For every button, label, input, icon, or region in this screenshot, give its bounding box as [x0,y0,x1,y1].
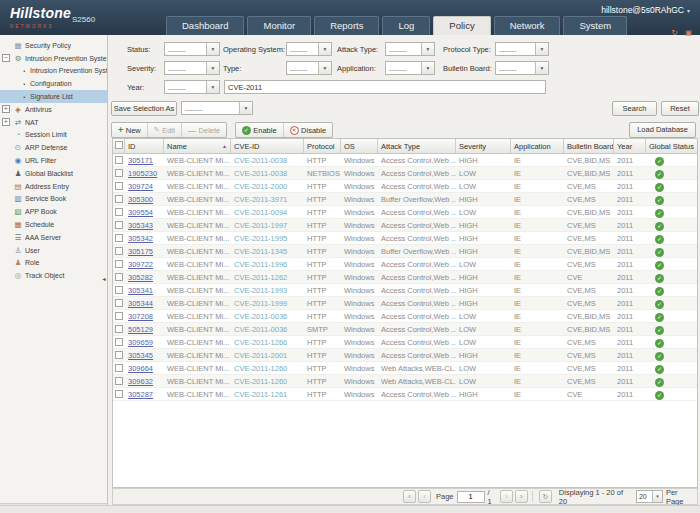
column-header-id[interactable]: ID [125,139,164,153]
sidebar-item-user[interactable]: ♙ User [0,244,107,257]
table-row[interactable]: 305344 WEB-CLIENT Mi... CVE-2011-1999 HT… [113,297,697,310]
signature-id-link[interactable]: 305171 [128,156,153,165]
tab-system[interactable]: System [563,16,627,35]
cve-id-link[interactable]: CVE-2011-1260 [234,364,287,373]
type-select[interactable]: ------- ▾ [286,61,332,75]
table-row[interactable]: 307208 WEB-CLIENT Mi... CVE-2011-0036 HT… [113,310,697,323]
expand-expander-icon[interactable]: + [2,105,10,113]
keyword-input[interactable] [224,80,546,94]
application-select[interactable]: ------- ▾ [385,61,435,75]
signature-id-link[interactable]: 309554 [128,208,153,217]
signature-id-link[interactable]: 305282 [128,273,153,282]
next-page-button[interactable]: › [500,490,513,503]
sidebar-item-configuration[interactable]: ▪ Configuration [0,77,107,90]
first-page-button[interactable]: « [403,490,416,503]
sidebar-item-signature-list[interactable]: ▪ Signature List [0,90,107,103]
tab-dashboard[interactable]: Dashboard [166,16,244,35]
cve-id-link[interactable]: CVE-2011-1260 [234,377,287,386]
cve-id-link[interactable]: CVE-2011-1262 [234,273,287,282]
table-row[interactable]: 305287 WEB-CLIENT Mi... CVE-2011-1261 HT… [113,388,697,401]
table-row[interactable]: 309722 WEB-CLIENT Mi... CVE-2011-1996 HT… [113,258,697,271]
signature-id-link[interactable]: 1905230 [128,169,157,178]
signature-id-link[interactable]: 505129 [128,325,153,334]
column-header-name[interactable]: Name ▲ [164,139,231,153]
row-checkbox[interactable] [115,247,123,255]
cve-id-link[interactable]: CVE-2011-0094 [234,208,287,217]
cve-id-link[interactable]: CVE-2011-1993 [234,286,287,295]
cve-id-link[interactable]: CVE-2011-0036 [234,312,287,321]
table-row[interactable]: 1905230 WEB-CLIENT Mi... CVE-2011-0038 N… [113,167,697,180]
row-checkbox[interactable] [115,377,123,385]
table-row[interactable]: 505129 WEB-CLIENT Mi... CVE-2011-0036 SM… [113,323,697,336]
signature-id-link[interactable]: 305345 [128,351,153,360]
protocol-type-select[interactable]: ------- ▾ [495,42,549,56]
column-header-attack-type[interactable]: Attack Type [378,139,456,153]
attack-type-select[interactable]: ------- ▾ [385,42,435,56]
signature-id-link[interactable]: 307208 [128,312,153,321]
sidebar-item-nat[interactable]: + ⇄ NAT [0,116,107,129]
new-button[interactable]: + New [112,123,147,137]
row-checkbox[interactable] [115,390,123,398]
collapse-expander-icon[interactable]: − [2,54,10,62]
cve-id-link[interactable]: CVE-2011-0038 [234,156,287,165]
user-menu[interactable]: hillstone@5s0RAhGC ▾ [601,5,690,15]
save-config-icon[interactable]: ▣ [685,28,692,37]
cve-id-link[interactable]: CVE-2011-1261 [234,390,287,399]
signature-id-link[interactable]: 305300 [128,195,153,204]
cve-id-link[interactable]: CVE-2011-2000 [234,182,287,191]
sidebar-item-address-entry[interactable]: ▤ Address Entry [0,180,107,193]
severity-select[interactable]: ------- ▾ [164,61,220,75]
table-row[interactable]: 305345 WEB-CLIENT Mi... CVE-2011-2001 HT… [113,349,697,362]
column-header-severity[interactable]: Severity [456,139,511,153]
row-checkbox[interactable] [115,312,123,320]
table-row[interactable]: 305171 WEB-CLIENT Mi... CVE-2011-0038 HT… [113,154,697,167]
row-checkbox[interactable] [115,364,123,372]
column-header-cve-id[interactable]: CVE-ID [231,139,304,153]
enable-button[interactable]: ✓ Enable [236,123,283,137]
row-checkbox[interactable] [115,182,123,190]
sidebar-item-track-object[interactable]: ◎ Track Object [0,269,107,282]
tab-reports[interactable]: Reports [314,16,379,35]
signature-id-link[interactable]: 309722 [128,260,153,269]
table-row[interactable]: 309554 WEB-CLIENT Mi... CVE-2011-0094 HT… [113,206,697,219]
refresh-table-icon[interactable]: ↻ [539,490,552,503]
cve-id-link[interactable]: CVE-2011-1345 [234,247,287,256]
signature-id-link[interactable]: 309664 [128,364,153,373]
cve-id-link[interactable]: CVE-2011-1266 [234,338,287,347]
column-header-os[interactable]: OS [341,139,378,153]
sidebar-item-ips-child[interactable]: ▪ Intrusion Prevention System [0,65,107,78]
operating-system-select[interactable]: ------- ▾ [286,42,332,56]
cve-id-link[interactable]: CVE-2011-1995 [234,234,287,243]
year-select[interactable]: ------- ▾ [164,80,220,94]
row-checkbox[interactable] [115,299,123,307]
per-page-select[interactable]: 20 ▾ [636,490,663,503]
row-checkbox[interactable] [115,208,123,216]
table-row[interactable]: 309724 WEB-CLIENT Mi... CVE-2011-2000 HT… [113,180,697,193]
load-database-button[interactable]: Load Database [629,122,696,138]
row-checkbox[interactable] [115,195,123,203]
row-checkbox[interactable] [115,156,123,164]
signature-id-link[interactable]: 305342 [128,234,153,243]
table-row[interactable]: 305175 WEB-CLIENT Mi... CVE-2011-1345 HT… [113,245,697,258]
row-checkbox[interactable] [115,273,123,281]
cve-id-link[interactable]: CVE-2011-0038 [234,169,287,178]
cve-id-link[interactable]: CVE-2011-0036 [234,325,287,334]
row-checkbox[interactable] [115,286,123,294]
sidebar-item-global-blacklist[interactable]: ♟ Global Blacklist [0,167,107,180]
sidebar-item-role[interactable]: ♟ Role [0,257,107,270]
page-number-input[interactable] [457,491,485,503]
row-checkbox[interactable] [115,338,123,346]
signature-id-link[interactable]: 309724 [128,182,153,191]
row-checkbox[interactable] [115,234,123,242]
row-checkbox[interactable] [115,260,123,268]
signature-id-link[interactable]: 309659 [128,338,153,347]
signature-id-link[interactable]: 305175 [128,247,153,256]
sidebar-item-security-policy[interactable]: ▦ Security Policy [0,39,107,52]
delete-button[interactable]: — Delete [181,123,226,137]
row-checkbox[interactable] [115,351,123,359]
sidebar-item-session-limit[interactable]: ◔ Session Limit [0,129,107,142]
search-button[interactable]: Search [612,101,657,116]
saved-selection-select[interactable]: ------- ▾ [181,101,253,115]
sidebar-item-url-filter[interactable]: ◉ URL Filter [0,154,107,167]
select-all-checkbox[interactable] [115,141,123,149]
